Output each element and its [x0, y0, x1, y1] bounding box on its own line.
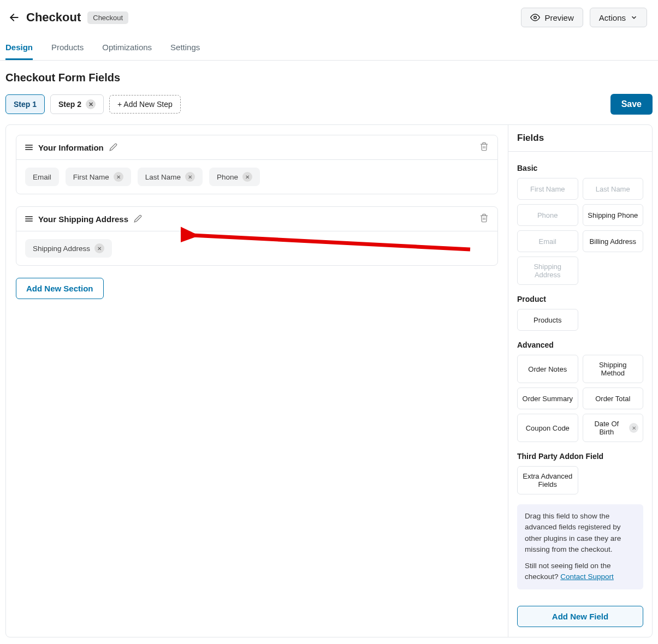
available-field[interactable]: Shipping Method: [583, 355, 644, 383]
available-field-label: Shipping Address: [522, 263, 573, 279]
fields-panel-title: Fields: [508, 125, 652, 152]
field-chip-label: Shipping Address: [33, 245, 90, 253]
tab-settings[interactable]: Settings: [170, 38, 200, 60]
back-icon[interactable]: [8, 11, 21, 24]
actions-label: Actions: [599, 13, 626, 22]
field-group-label: Basic: [517, 164, 643, 172]
available-field[interactable]: Order Notes: [517, 355, 578, 383]
available-field-label: Billing Address: [590, 237, 636, 246]
field-chip[interactable]: Phone✕: [209, 168, 260, 186]
field-chip[interactable]: Shipping Address✕: [25, 239, 112, 258]
edit-icon[interactable]: [134, 214, 143, 223]
available-field-label: Order Notes: [528, 365, 567, 373]
section-title-label: Your Information: [38, 143, 104, 152]
field-chip-label: Last Name: [145, 173, 181, 181]
chevron-down-icon: [630, 14, 638, 21]
field-chip[interactable]: First Name✕: [66, 168, 131, 186]
svg-point-1: [534, 16, 537, 19]
remove-field-icon[interactable]: ✕: [242, 172, 252, 182]
available-field-label: Order Total: [595, 395, 630, 403]
field-group-label: Advanced: [517, 341, 643, 349]
available-field[interactable]: First Name: [517, 178, 578, 200]
remove-field-icon[interactable]: ✕: [114, 172, 123, 182]
available-field-label: Coupon Code: [526, 424, 570, 432]
page-type-badge: Checkout: [87, 11, 128, 24]
info-text: Drag this field to show the advanced fie…: [525, 511, 636, 555]
tab-design[interactable]: Design: [5, 38, 33, 60]
trash-icon[interactable]: [479, 142, 489, 153]
available-field-label: Last Name: [596, 185, 630, 193]
remove-step-icon[interactable]: ✕: [86, 99, 96, 109]
available-field-label: Shipping Method: [588, 361, 639, 377]
page-title: Checkout: [26, 10, 81, 25]
trash-icon[interactable]: [479, 213, 489, 224]
remove-field-icon[interactable]: ✕: [94, 243, 104, 253]
remove-custom-field-icon[interactable]: ✕: [629, 423, 638, 433]
available-field[interactable]: Order Summary: [517, 387, 578, 409]
available-field-label: Products: [533, 316, 561, 324]
available-field[interactable]: Date Of Birth✕: [583, 414, 644, 442]
field-chip[interactable]: Last Name✕: [138, 168, 203, 186]
field-group-label: Third Party Addon Field: [517, 452, 643, 461]
edit-icon[interactable]: [109, 143, 118, 152]
field-chip[interactable]: Email: [25, 168, 59, 186]
save-button[interactable]: Save: [610, 94, 653, 115]
step-1[interactable]: Step 1: [5, 94, 45, 114]
drag-handle-icon[interactable]: [25, 216, 33, 222]
add-field-button[interactable]: Add New Field: [517, 606, 643, 627]
tabs: DesignProductsOptimizationsSettings: [0, 38, 658, 61]
add-step-button[interactable]: + Add New Step: [109, 95, 181, 114]
field-group-label: Product: [517, 295, 643, 303]
form-section: Your InformationEmailFirst Name✕Last Nam…: [16, 135, 498, 194]
available-field[interactable]: Products: [517, 309, 578, 331]
actions-button[interactable]: Actions: [590, 8, 647, 27]
available-field[interactable]: Billing Address: [583, 230, 644, 252]
available-field-label: Shipping Phone: [588, 211, 638, 219]
preview-label: Preview: [544, 13, 573, 22]
form-section: Your Shipping AddressShipping Address✕: [16, 206, 498, 266]
available-field[interactable]: Shipping Phone: [583, 204, 644, 226]
available-field-label: Extra Advanced Fields: [522, 472, 573, 488]
available-field-label: Order Summary: [523, 395, 573, 403]
available-field[interactable]: Shipping Address: [517, 257, 578, 285]
info-text-2: Still not seeing field on the checkout? …: [525, 560, 636, 583]
field-chip-label: Phone: [217, 173, 238, 181]
preview-button[interactable]: Preview: [521, 8, 583, 27]
available-field-label: First Name: [530, 185, 565, 193]
available-field[interactable]: Phone: [517, 204, 578, 226]
field-chip-label: Email: [33, 173, 51, 181]
step-2[interactable]: Step 2✕: [50, 94, 104, 114]
remove-field-icon[interactable]: ✕: [185, 172, 195, 182]
available-field[interactable]: Order Total: [583, 387, 644, 409]
available-field-label: Phone: [537, 211, 558, 219]
tab-products[interactable]: Products: [51, 38, 84, 60]
section-title: Checkout Form Fields: [0, 61, 658, 94]
available-field[interactable]: Extra Advanced Fields: [517, 466, 578, 494]
field-chip-label: First Name: [73, 173, 109, 181]
available-field[interactable]: Email: [517, 230, 578, 252]
contact-support-link[interactable]: Contact Support: [560, 573, 614, 581]
add-section-button[interactable]: Add New Section: [16, 278, 104, 299]
tab-optimizations[interactable]: Optimizations: [102, 38, 152, 60]
available-field[interactable]: Coupon Code: [517, 414, 578, 442]
available-field-label: Date Of Birth: [588, 420, 626, 436]
available-field[interactable]: Last Name: [583, 178, 644, 200]
available-field-label: Email: [538, 237, 556, 246]
info-box: Drag this field to show the advanced fie…: [517, 504, 643, 589]
section-title-label: Your Shipping Address: [38, 214, 128, 224]
step-label: Step 2: [58, 100, 81, 109]
drag-handle-icon[interactable]: [25, 145, 33, 150]
step-label: Step 1: [14, 100, 37, 109]
eye-icon: [530, 13, 540, 22]
